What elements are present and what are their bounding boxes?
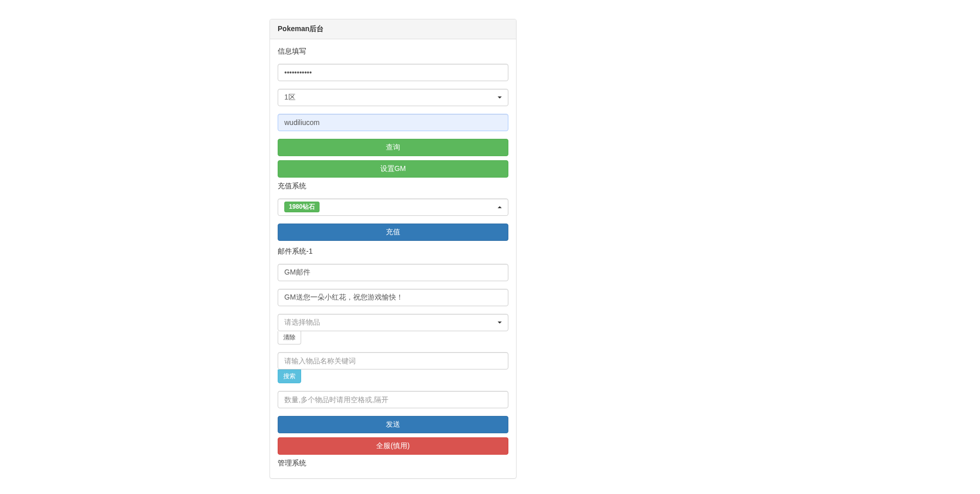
panel-body: 信息填写 1区 查询 设置GM 充值系统 1980钻石 — [270, 39, 516, 478]
quantity-group — [278, 391, 508, 408]
query-button-wrap: 查询 — [278, 139, 508, 156]
item-select-group: 请选择物品 — [278, 314, 508, 331]
recharge-selected-pill: 1980钻石 — [284, 202, 320, 212]
item-select[interactable]: 请选择物品 — [278, 314, 508, 331]
send-button[interactable]: 发送 — [278, 416, 508, 433]
recharge-select[interactable]: 1980钻石 — [278, 199, 508, 216]
manage-section-label: 管理系统 — [278, 459, 508, 468]
admin-panel: Pokeman后台 信息填写 1区 查询 设置GM 充值系统 — [270, 19, 517, 479]
recharge-select-group: 1980钻石 — [278, 199, 508, 216]
username-field[interactable] — [278, 114, 508, 131]
send-button-wrap: 发送 — [278, 416, 508, 433]
mail-body-field[interactable] — [278, 289, 508, 306]
manage-section-label-wrap: 管理系统 — [278, 459, 508, 468]
recharge-button-wrap: 充值 — [278, 224, 508, 241]
recharge-section-label-wrap: 充值系统 — [278, 182, 508, 191]
chevron-down-icon — [498, 96, 502, 98]
password-group — [278, 64, 508, 81]
clear-button[interactable]: 清除 — [278, 331, 301, 344]
mail-section-label: 邮件系统-1 — [278, 247, 508, 256]
item-search-group — [278, 352, 508, 369]
region-select[interactable]: 1区 — [278, 89, 508, 106]
mail-section-label-wrap: 邮件系统-1 — [278, 247, 508, 256]
password-field[interactable] — [278, 64, 508, 81]
username-group — [278, 114, 508, 131]
item-search-field[interactable] — [278, 352, 508, 369]
all-server-button-wrap: 全服(慎用) — [278, 437, 508, 455]
recharge-button[interactable]: 充值 — [278, 224, 508, 241]
quantity-field[interactable] — [278, 391, 508, 408]
panel-header: Pokeman后台 — [270, 19, 516, 39]
mail-body-group — [278, 289, 508, 306]
recharge-section-label: 充值系统 — [278, 182, 508, 191]
search-button[interactable]: 搜索 — [278, 369, 301, 383]
panel-title: Pokeman后台 — [278, 24, 324, 33]
info-section-label: 信息填写 — [278, 47, 508, 56]
region-selected-value: 1区 — [284, 93, 296, 102]
clear-button-wrap: 清除 — [278, 331, 508, 344]
query-button[interactable]: 查询 — [278, 139, 508, 156]
region-group: 1区 — [278, 89, 508, 106]
search-button-wrap: 搜索 — [278, 369, 508, 383]
info-section-label-wrap: 信息填写 — [278, 47, 508, 56]
mail-subject-group — [278, 264, 508, 281]
set-gm-button[interactable]: 设置GM — [278, 160, 508, 178]
gm-button-wrap: 设置GM — [278, 160, 508, 178]
chevron-down-icon-2 — [498, 322, 502, 324]
item-select-placeholder: 请选择物品 — [284, 318, 320, 327]
all-server-button[interactable]: 全服(慎用) — [278, 437, 508, 455]
chevron-up-icon — [498, 206, 502, 208]
mail-subject-field[interactable] — [278, 264, 508, 281]
